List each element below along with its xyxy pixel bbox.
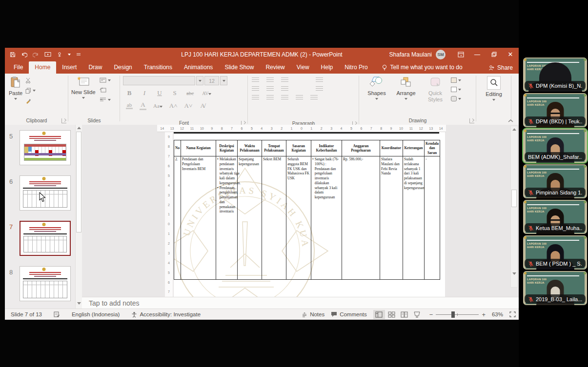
format-painter-icon[interactable] <box>25 98 36 104</box>
justify-icon[interactable] <box>296 95 303 100</box>
restore-button[interactable] <box>486 48 502 61</box>
thumbnail-scrollbar-thumb[interactable] <box>76 132 81 232</box>
zoom-level[interactable]: 63% <box>492 311 503 317</box>
align-center-icon[interactable] <box>266 95 274 100</box>
align-left-icon[interactable] <box>252 95 259 100</box>
ribbon-tab[interactable]: Home <box>29 61 56 74</box>
editing-button[interactable]: Editing <box>480 74 507 125</box>
italic-button[interactable]: I <box>141 89 148 97</box>
ribbon-tab[interactable]: View <box>291 61 315 74</box>
font-size-combobox[interactable]: 12 <box>204 76 219 85</box>
clipboard-dialog-launcher-icon[interactable] <box>61 118 66 123</box>
underline-button[interactable]: U <box>156 89 163 97</box>
shapes-button[interactable]: Shapes <box>363 74 390 125</box>
zoom-in-button[interactable]: + <box>482 311 486 318</box>
font-size-caret-icon[interactable] <box>220 76 227 85</box>
touch-mode-caret-icon[interactable] <box>68 54 71 56</box>
bold-button[interactable]: B <box>126 89 133 97</box>
spellcheck-icon[interactable] <box>54 311 60 317</box>
highlight-color-button[interactable]: ab <box>126 102 133 109</box>
add-columns-icon[interactable] <box>281 86 288 92</box>
font-name-caret-icon[interactable] <box>196 76 203 85</box>
language-indicator[interactable]: English (Indonesia) <box>72 311 120 317</box>
slideshow-view-button[interactable] <box>411 310 423 319</box>
drawing-dialog-launcher-icon[interactable] <box>469 118 474 123</box>
change-case-button[interactable]: Aa <box>153 103 162 109</box>
slide-scrollbar[interactable] <box>510 126 518 288</box>
participant-tile[interactable]: LAPORAN 100 HARI KERJA <box>523 93 587 127</box>
slide-thumbnail[interactable] <box>20 130 71 165</box>
ribbon-tab[interactable]: Nitro Pro <box>339 61 373 74</box>
account-name[interactable]: Shafara Maulani <box>389 51 432 58</box>
increase-indent-icon[interactable] <box>266 86 274 92</box>
slide-sorter-view-button[interactable] <box>386 310 398 319</box>
decrease-indent-icon[interactable] <box>252 86 259 92</box>
normal-view-button[interactable] <box>373 310 385 319</box>
notes-placeholder[interactable]: Tap to add notes <box>82 297 519 309</box>
scroll-up-arrow-icon[interactable] <box>77 127 81 129</box>
align-text-icon[interactable] <box>316 86 323 92</box>
cut-icon[interactable] <box>25 77 36 83</box>
section-icon[interactable] <box>100 97 111 102</box>
save-icon[interactable] <box>10 52 16 58</box>
ribbon-tab[interactable]: Draw <box>82 61 108 74</box>
numbering-icon[interactable] <box>266 77 274 83</box>
notes-toggle[interactable]: Notes <box>302 311 324 317</box>
collapse-ribbon-chevron-icon[interactable] <box>507 119 514 123</box>
slide-thumbnail[interactable] <box>20 221 71 256</box>
text-direction-icon[interactable] <box>316 77 323 83</box>
shape-outline-icon[interactable] <box>451 87 461 92</box>
ribbon-tab[interactable]: Help <box>315 61 339 74</box>
ribbon-tab[interactable]: Slide Show <box>219 61 260 74</box>
slide-thumbnail-item[interactable]: 7 <box>5 221 82 266</box>
start-slideshow-icon[interactable] <box>44 52 51 58</box>
touch-mode-icon[interactable] <box>57 52 62 58</box>
character-spacing-button[interactable]: AV <box>202 91 211 96</box>
participant-tile[interactable]: LAPORAN 100 HARI KERJA <box>523 200 587 234</box>
quick-styles-button[interactable]: Quick Styles <box>422 74 449 125</box>
slide-canvas[interactable]: UNIVERSITAS SYIAH KUALA <box>174 132 445 297</box>
participant-tile[interactable]: LAPORAN 100 HARI KERJA <box>523 164 587 198</box>
account-avatar[interactable]: SM <box>436 50 446 59</box>
paste-button[interactable]: Paste <box>9 74 22 125</box>
minimize-button[interactable]: — <box>469 48 486 61</box>
font-color-button[interactable]: A <box>140 101 146 110</box>
participant-tile[interactable]: LAPORAN 100 HARI KERJA <box>523 58 587 92</box>
zoom-slider[interactable] <box>436 314 479 315</box>
slide-scrollbar-thumb[interactable] <box>511 190 517 207</box>
align-right-icon[interactable] <box>281 95 288 100</box>
slide-layout-icon[interactable] <box>100 77 111 83</box>
grow-font-button[interactable]: A˄ <box>169 102 178 110</box>
arrange-button[interactable]: Arrange <box>392 74 420 125</box>
shape-fill-icon[interactable] <box>451 77 461 83</box>
bullets-icon[interactable] <box>252 77 259 83</box>
slide-scroll-up-icon[interactable] <box>512 128 516 131</box>
zoom-out-button[interactable]: − <box>429 311 433 318</box>
ribbon-tab[interactable]: Review <box>260 61 290 74</box>
slide-scroll-down-icon[interactable] <box>512 272 516 275</box>
accessibility-status[interactable]: Accessibility: Investigate <box>131 311 201 318</box>
ribbon-tab[interactable]: File <box>8 61 29 74</box>
slide-thumbnail-item[interactable]: 8 <box>5 266 82 309</box>
ribbon-tab[interactable]: Transitions <box>138 61 178 74</box>
ribbon-tab[interactable]: Animations <box>178 61 219 74</box>
participant-tile[interactable]: LAPORAN 100 HARI KERJA <box>523 271 587 305</box>
slide-thumbnail-item[interactable]: 5 <box>5 130 82 175</box>
font-name-combobox[interactable] <box>123 76 195 85</box>
fit-slide-button[interactable] <box>509 311 516 317</box>
line-spacing-icon[interactable] <box>281 77 288 83</box>
ribbon-tab[interactable]: Design <box>108 61 138 74</box>
copy-icon[interactable] <box>25 88 36 94</box>
clear-formatting-button[interactable]: A̸ <box>199 102 206 110</box>
new-slide-button[interactable]: New Slide <box>71 74 96 125</box>
participant-tile[interactable]: LAPORAN 100 HARI KERJA BEM (ADMK)_Shafar… <box>523 129 587 163</box>
shrink-font-button[interactable]: A˅ <box>184 102 193 110</box>
customize-qat-icon[interactable] <box>76 52 81 57</box>
strikethrough-button[interactable]: abc <box>186 90 194 96</box>
thumbnail-pane-scrollbar[interactable] <box>75 125 82 309</box>
tell-me-box[interactable]: Tell me what you want to do <box>382 64 463 74</box>
share-button[interactable]: Share <box>488 64 513 71</box>
close-button[interactable]: ✕ <box>502 48 519 61</box>
reading-view-button[interactable] <box>399 310 410 319</box>
scroll-down-arrow-icon[interactable] <box>77 302 81 305</box>
